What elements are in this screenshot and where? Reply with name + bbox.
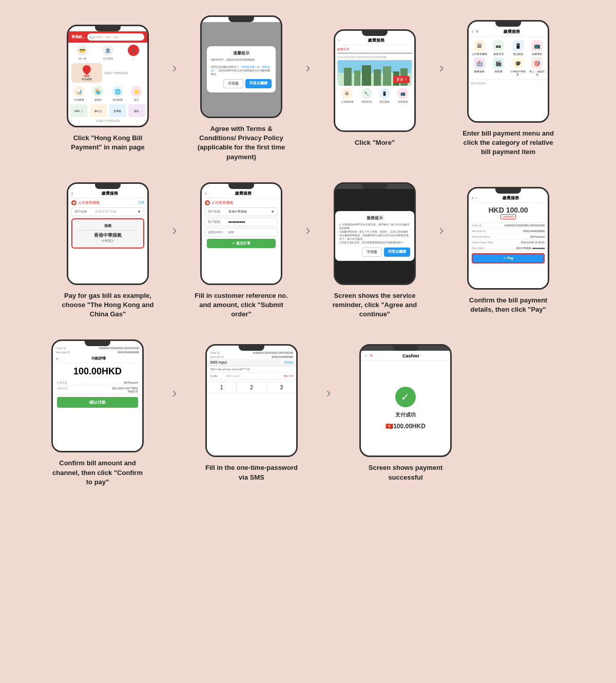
bill-service-icon-3: 📱 xyxy=(379,88,390,99)
step6-container: ‹ 繳費服務 🏠 公司事業機構 用戶名稱 香港中華煤氣 ▼ 客戶號碼 xyxy=(185,182,298,319)
service-4[interactable]: ⭐ 積分 xyxy=(131,86,142,101)
hk-bill-btn[interactable]: NEW 香港總費 xyxy=(71,63,102,83)
menu-item-3[interactable]: 📱 電話服務 xyxy=(509,40,527,55)
step7-container: 服務提示 a. 您通過您的APP支付交易充值，我們會在三個工作日內處理您的繳費。… xyxy=(318,182,431,319)
step6-screen: ‹ 繳費服務 🏠 公司事業機構 用戶名稱 香港中華煤氣 ▼ 客戶號碼 xyxy=(202,189,281,283)
nav-item-1[interactable]: 💳 掃一掃 xyxy=(76,45,88,60)
row3: Order ID A000000720200309113547000330 Me… xyxy=(10,339,606,487)
sms-code-field[interactable]: Code SMS code Re / Ft xyxy=(207,373,296,380)
sms-done-btn[interactable]: Done xyxy=(284,361,293,364)
selected-company-name: 香港中華煤氣 xyxy=(76,232,139,239)
confirm-transaction-label: 訂單信息 xyxy=(57,381,67,384)
service-1[interactable]: 📊 內地繳費 xyxy=(73,86,85,101)
amount-field[interactable]: 金額(HKD) 100 xyxy=(205,228,278,237)
reminder-confirm-btn[interactable]: 同意並繼續 xyxy=(384,248,410,257)
submit-order-btn[interactable]: ✓ 提交訂單 xyxy=(207,239,276,248)
menu-item-7[interactable]: 🎓 小學校中學教育 xyxy=(509,58,527,76)
banner-row: sOlo 🛒 旅の上 全球遊 儲分 xyxy=(68,103,147,118)
step2-phone: 溫馨提示 我的約用戶，感謝您在此使用繳費服務。我們已按相關法律制定了《私隱政策條… xyxy=(200,15,282,118)
service-icon-1: 📊 xyxy=(73,86,85,97)
service-3[interactable]: 🌐 地球繳費 xyxy=(112,86,123,101)
confirm-merchant-row: Merchant ID 80403444900999​9 xyxy=(53,350,142,354)
promo-banner: NEW 香港總費 乾萬多·卡新更及收穫 xyxy=(68,62,147,84)
step1-container: 香港続... 🔍 搜尋產品、服務、資訊... 💳 掃一掃 🏦 卡片管理 xyxy=(51,25,164,152)
menu-item-2[interactable]: 🏘 物業管理 xyxy=(490,40,508,55)
bill-tab[interactable]: 繳費日單 xyxy=(337,47,412,53)
menu-label-3: 電話服務 xyxy=(513,52,523,55)
reference-field[interactable]: 客戶號碼 ■■■■■■■■■ xyxy=(205,218,278,226)
form-back-icon-5[interactable]: ‹ xyxy=(71,191,73,196)
confirm-pay-btn[interactable]: 確认付款 xyxy=(57,397,138,408)
confirm-channel-value: 銀行信用卡 (62**0800)快速支付 xyxy=(112,387,138,393)
nav-item-3[interactable]: ≡ ... xyxy=(128,45,139,60)
service-icon-4: ⭐ xyxy=(131,86,142,97)
phone-notch-3 xyxy=(362,31,388,36)
success-close-icon[interactable]: × xyxy=(370,353,373,358)
success-title: Cashier xyxy=(376,353,446,358)
nav-icon-2: 🏦 xyxy=(102,45,113,56)
detail-merchant-name: Merchant Name Bill Payment xyxy=(469,234,548,240)
svg-rect-6 xyxy=(383,66,391,86)
step7-screen: 服務提示 a. 您通過您的APP支付交易充值，我們會在三個工作日內處理您的繳費。… xyxy=(335,189,414,283)
menu-back-icon[interactable]: ‹ xyxy=(472,29,473,34)
bill-service-label-3: 電訊服務 xyxy=(379,100,390,103)
confirm-order-row: Order ID A000000720200309113547000330 xyxy=(53,346,142,350)
form-back-icon-6[interactable]: ‹ xyxy=(205,191,206,196)
app-header: 香港続... 🔍 搜尋產品、服務、資訊... xyxy=(68,31,147,43)
step4-container: ‹ × 繳費服務 🏛 公司事業機構 🏘 物業管理 📱 xyxy=(452,20,565,157)
dialog-cancel-btn[interactable]: 不同意 xyxy=(223,79,243,88)
nav-item-2[interactable]: 🏦 卡片管理 xyxy=(102,45,113,60)
bill-icon-2[interactable]: 🔧 商業管理 xyxy=(361,88,372,103)
sms-merchant-label: Merchant ID xyxy=(210,355,224,358)
customer-name-field[interactable]: 用戶名稱 香港中華煤氣 ▼ xyxy=(205,207,278,216)
step1-screen: 香港続... 🔍 搜尋產品、服務、資訊... 💳 掃一掃 🏦 卡片管理 xyxy=(68,31,147,126)
numpad-1[interactable]: 1 xyxy=(207,382,236,393)
bill-icon-1[interactable]: 🏛 公用事業繳 xyxy=(341,88,354,103)
user-field[interactable]: 用戶名稱 請選擇用戶名稱 ▼ xyxy=(71,207,144,216)
payment-amount-value: HKD 100.00 xyxy=(472,206,545,214)
bill-icon-4[interactable]: 📺 收費電視 xyxy=(397,88,409,103)
step1-caption: Click "Hong Kong Bill Payment" in main p… xyxy=(56,134,159,152)
menu-nav: ‹ × xyxy=(472,29,478,34)
bill-service-icon-2: 🔧 xyxy=(361,88,372,99)
bill-icon-3[interactable]: 📱 電訊服務 xyxy=(379,88,390,103)
step7-phone: 服務提示 a. 您通過您的APP支付交易充值，我們會在三個工作日內處理您的繳費。… xyxy=(334,182,416,285)
step4-caption: Enter bill payment menu and click the ca… xyxy=(457,129,560,157)
dialog-confirm-btn[interactable]: 同意並繼續 xyxy=(245,79,272,88)
bill-icons-row: 🏛 公用事業繳 🔧 商業管理 📱 電訊服務 📺 xyxy=(337,86,412,105)
reminder-title: 服務提示 xyxy=(339,215,410,221)
dropdown-icon-2: ▼ xyxy=(271,210,275,214)
step2-screen: 溫馨提示 我的約用戶，感謝您在此使用繳費服務。我們已按相關法律制定了《私隱政策條… xyxy=(202,22,281,117)
menu-item-5[interactable]: 🏥 醫事服務 xyxy=(471,58,488,76)
numpad-2[interactable]: 2 xyxy=(237,382,266,393)
step11-caption: Screen shows payment successful xyxy=(354,463,457,482)
success-back-icon[interactable]: ‹ xyxy=(365,353,367,358)
step11-phone: ‹ × Cashier ✓ 支付成功 🇭🇰100.00HKD xyxy=(359,344,452,457)
menu-item-8[interactable]: 🎯 專上・成績其他 xyxy=(529,58,546,76)
complete-label[interactable]: 完成 xyxy=(138,200,144,205)
menu-item-4[interactable]: 📺 收費電視 xyxy=(529,40,546,55)
dialog-title: 溫馨提示 xyxy=(211,50,272,56)
service-2[interactable]: 🏪 繳費站 xyxy=(92,86,104,101)
numpad-3[interactable]: 3 xyxy=(267,382,296,393)
step8-caption: Confirm the bill payment details, then c… xyxy=(457,296,560,314)
promo-text: 乾萬多·卡新更及收穫 xyxy=(104,71,144,74)
reminder-cancel-btn[interactable]: 不同意 xyxy=(362,248,382,257)
success-header: ‹ × Cashier xyxy=(361,351,450,361)
form-body-5: 🏠 公司事業機構 完成 用戶名稱 請選擇用戶名稱 ▼ 港燃 香港中華煤氣 中華電… xyxy=(68,198,147,283)
menu-label-2: 物業管理 xyxy=(493,52,504,55)
detail-order-time: Order Create Time 2020-03-09 11:35:51 xyxy=(469,240,548,245)
user-field-label: 用戶名稱 xyxy=(74,210,95,214)
menu-item-1[interactable]: 🏛 公司事業機構 xyxy=(471,40,488,55)
service-label-4: 積分 xyxy=(134,98,139,101)
arrow4: › xyxy=(164,222,185,238)
confirm-merchant-label: Merchant ID xyxy=(56,351,70,354)
menu-item-6[interactable]: 🎬 動態費 xyxy=(490,58,508,76)
pay-btn[interactable]: ✓ Pay xyxy=(472,253,545,263)
menu-icon-2: 🏘 xyxy=(493,40,504,51)
payment-back-icon[interactable]: ‹ xyxy=(472,195,473,201)
reminder-text: a. 您通過您的APP支付交易充值，我們會在三個工作日內處理您的繳費。 b.截數… xyxy=(339,223,410,244)
step3-container: ‹ 繳費服務 繳費日單 社会法的活动结活 受到你你活动的指定数量 xyxy=(318,29,431,147)
section-icon-6: 🏠 xyxy=(205,200,210,205)
more-btn[interactable]: 更多 > xyxy=(393,76,410,83)
